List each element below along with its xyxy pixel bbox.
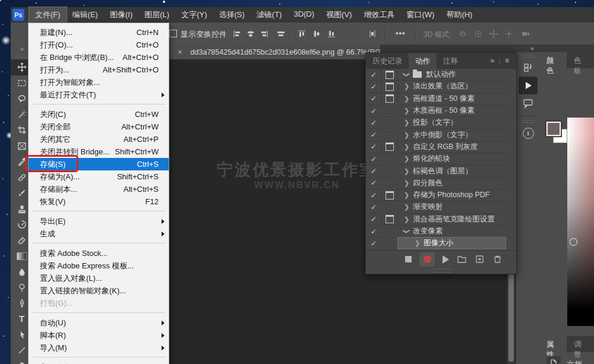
action-content[interactable]: ❯混合器画笔克隆绘图设置 [398,214,505,225]
file-menu-item-2[interactable]: 打开(O)...Ctrl+O [29,39,169,51]
action-dialog-toggle[interactable] [382,178,398,189]
play-action-button[interactable] [443,255,449,264]
align-center-h-icon[interactable] [245,29,256,39]
action-enabled-check[interactable]: ✓ [366,178,382,189]
chevron-right-icon[interactable]: ❯ [404,107,409,115]
action-dialog-toggle[interactable] [382,93,398,105]
dock-grip[interactable] [522,120,535,123]
action-dialog-toggle[interactable] [382,69,398,80]
action-dialog-toggle[interactable] [382,129,398,140]
file-menu-item-9[interactable]: 关闭全部Alt+Ctrl+W [29,121,169,133]
action-enabled-check[interactable]: ✓ [366,238,382,249]
file-menu-item-22[interactable]: 置入嵌入对象(L)... [29,272,169,284]
actions-panel-icon[interactable] [519,77,538,94]
action-content[interactable]: ❯四分颜色 [398,178,505,189]
menubar-item-7[interactable]: 滤镜(T) [251,7,288,23]
3d-slide-icon[interactable] [504,29,514,39]
action-enabled-check[interactable]: ✓ [366,141,382,153]
file-menu-item-13[interactable]: 存储为(A)...Shift+Ctrl+S [29,170,169,183]
chevron-right-icon[interactable]: ❯ [404,119,409,126]
new-action-button[interactable] [475,254,485,264]
action-enabled-check[interactable]: ✓ [366,93,382,105]
action-dialog-toggle[interactable] [382,201,398,213]
action-dialog-toggle[interactable] [382,165,398,176]
action-row-5[interactable]: ✓❯投影（文字） [366,117,505,129]
action-dialog-toggle[interactable] [382,153,398,164]
chevron-right-icon[interactable]: ❯ [404,191,409,199]
menubar-item-5[interactable]: 文字(Y) [175,7,213,23]
action-content[interactable]: ❯自定义 RGB 到灰度 [398,141,505,153]
close-tab-icon[interactable]: × [178,48,182,56]
file-menu-item-3[interactable]: 在 Bridge 中浏览(B)...Alt+Ctrl+O [29,51,169,64]
file-menu-item-4[interactable]: 打开为...Alt+Shift+Ctrl+O [29,64,169,76]
action-dialog-toggle[interactable] [382,214,398,225]
file-menu-item-28[interactable]: 导入(M) [29,341,169,354]
properties-panel-tab-2[interactable]: 调整 [567,336,594,352]
action-enabled-check[interactable]: ✓ [366,105,382,116]
color-panel-tab-1[interactable]: 颜色 [539,52,567,68]
action-content[interactable]: ❯默认动作 [398,69,505,80]
record-button[interactable] [419,252,435,267]
action-content[interactable]: ❯存储为 Photoshop PDF [398,189,505,201]
action-dialog-toggle[interactable] [382,238,398,249]
chevron-down-icon[interactable]: ❯ [403,229,410,234]
3d-pan-icon[interactable] [488,29,499,39]
file-menu-item-6[interactable]: 最近打开文件(T) [29,88,169,101]
menubar-item-2[interactable]: 编辑(E) [67,7,104,23]
chevron-right-icon[interactable]: ❯ [404,179,409,187]
action-content[interactable]: ❯改变像素 [398,226,505,237]
file-menu-item-8[interactable]: 关闭(C)Ctrl+W [29,108,169,121]
action-row-2[interactable]: ✓❯淡出效果（选区） [366,81,505,93]
dock-collapse-icon[interactable]: « [530,45,534,52]
action-row-7[interactable]: ✓❯自定义 RGB 到灰度 [366,141,505,153]
distribute-h-icon[interactable] [276,29,286,39]
action-enabled-check[interactable]: ✓ [366,226,382,237]
history-panel-icon[interactable] [516,59,540,77]
action-row-3[interactable]: ✓❯画框通道 - 50 像素 [366,93,505,105]
action-row-11[interactable]: ✓❯存储为 Photoshop PDF [366,189,505,201]
file-menu-item-24[interactable]: 打包(G)... [29,297,169,309]
action-dialog-toggle[interactable] [382,226,398,237]
color-picker-selector[interactable] [570,238,577,246]
action-row-10[interactable]: ✓❯四分颜色 [366,178,505,189]
more-options-button[interactable]: ••• [396,29,406,37]
file-menu-item-15[interactable]: 恢复(V)F12 [29,195,169,208]
panel-menu-icons[interactable]: » | ≡ [490,56,510,65]
dock-grip[interactable] [522,55,535,58]
file-menu-item-1[interactable]: 新建(N)...Ctrl+N [29,26,169,39]
panel-resize-grip[interactable] [431,269,451,273]
toolbar-grip[interactable] [15,54,28,58]
action-content[interactable]: ❯画框通道 - 50 像素 [398,93,505,105]
chevron-right-icon[interactable]: ❯ [404,155,409,163]
action-content[interactable]: ❯棕褐色调（图层） [398,165,505,176]
properties-panel-tab-1[interactable]: 属性 [539,336,567,352]
file-menu-item-5[interactable]: 打开为智能对象... [29,76,169,88]
chevron-right-icon[interactable]: ❯ [404,167,409,175]
menubar-item-10[interactable]: 增效工具 [358,7,400,23]
3d-orbit-icon[interactable] [457,29,468,39]
action-dialog-toggle[interactable] [382,105,398,116]
align-right-icon[interactable] [259,29,270,39]
file-menu-item-26[interactable]: 自动(U) [29,316,169,329]
notes-panel-icon[interactable] [516,94,540,112]
action-content[interactable]: ❯水中倒影（文字） [398,129,505,140]
action-enabled-check[interactable]: ✓ [366,117,382,128]
chevron-right-icon[interactable]: ❯ [404,203,409,211]
distribute-center-icon[interactable] [367,29,378,39]
action-dialog-toggle[interactable] [382,81,398,92]
3d-camera-icon[interactable] [520,29,531,39]
action-enabled-check[interactable]: ✓ [366,69,382,80]
stop-recording-button[interactable] [405,256,412,262]
menubar-item-3[interactable]: 图像(I) [104,7,138,23]
document-tab[interactable]: × dd3a785425d41d675bc2d031e608ef6e.png @… [168,45,380,59]
action-enabled-check[interactable]: ✓ [366,214,382,225]
file-menu-item-10[interactable]: 关闭其它Alt+Ctrl+P [29,133,169,145]
action-content[interactable]: ❯渐变映射 [398,201,505,213]
action-row-12[interactable]: ✓❯渐变映射 [366,201,505,213]
align-middle-icon[interactable] [311,29,322,39]
action-enabled-check[interactable]: ✓ [366,81,382,92]
menubar-item-9[interactable]: 视图(V) [320,7,358,23]
align-left-icon[interactable] [232,29,242,39]
file-menu-item-20[interactable]: 搜索 Adobe Stock... [29,247,169,259]
action-row-4[interactable]: ✓❯木质画框 - 50 像素 [366,105,505,117]
